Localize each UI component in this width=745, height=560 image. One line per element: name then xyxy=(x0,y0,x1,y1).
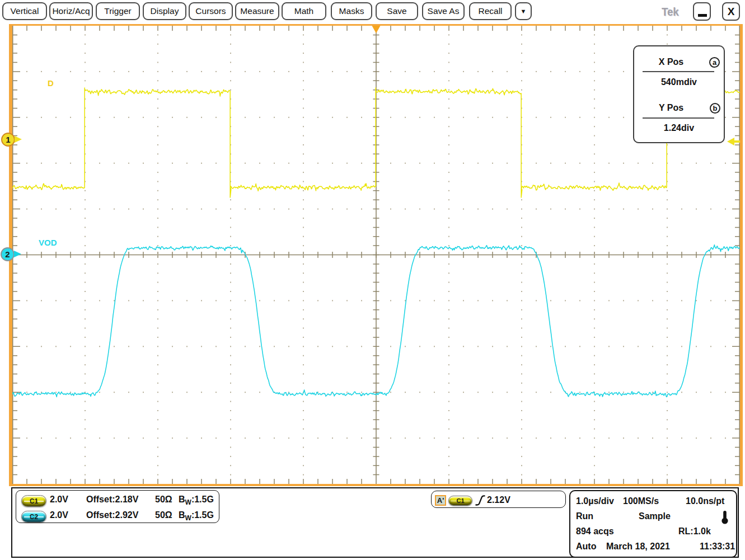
svg-text:VOD: VOD xyxy=(39,238,57,247)
svg-text:D: D xyxy=(48,78,54,88)
